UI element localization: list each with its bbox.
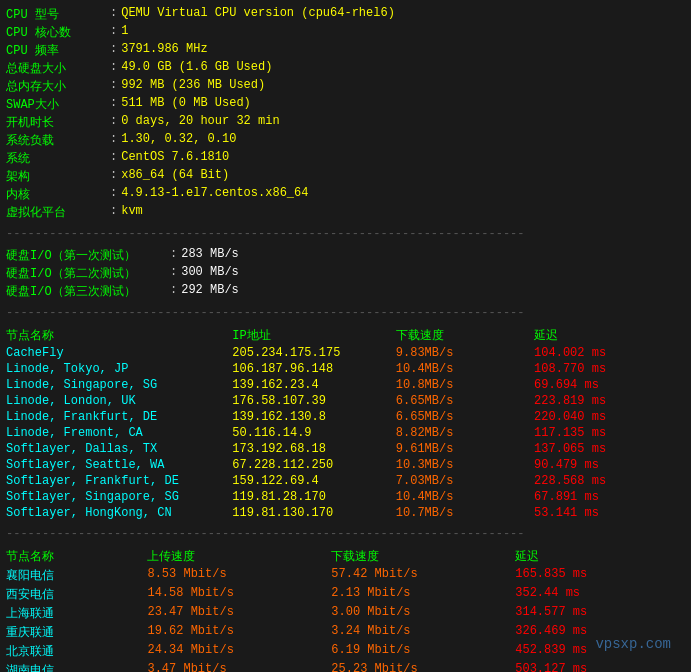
node-name: 西安电信 [6, 585, 147, 604]
system-info-row: 总内存大小 : 992 MB (236 MB Used) [6, 78, 685, 95]
network2-section: 节点名称 上传速度 下载速度 延迟 襄阳电信 8.53 Mbit/s 57.42… [6, 547, 685, 672]
download-speed: 2.13 Mbit/s [331, 585, 515, 604]
info-value: x86_64 (64 Bit) [121, 168, 229, 185]
disk-value: 292 MB/s [181, 283, 239, 300]
info-label: 总内存大小 [6, 78, 106, 95]
latency: 69.694 ms [534, 377, 685, 393]
node-name: Linode, Singapore, SG [6, 377, 232, 393]
node-name: 湖南电信 [6, 661, 147, 672]
info-label: 架构 [6, 168, 106, 185]
node-name: Linode, London, UK [6, 393, 232, 409]
divider-3: ----------------------------------------… [6, 527, 685, 541]
watermark: vpsxp.com [595, 636, 671, 652]
upload-speed: 23.47 Mbit/s [147, 604, 331, 623]
latency: 53.141 ms [534, 505, 685, 521]
ip-addr: 106.187.96.148 [232, 361, 395, 377]
net1-header-ip: IP地址 [232, 326, 395, 345]
net1-header-latency: 延迟 [534, 326, 685, 345]
node-name: Softlayer, Singapore, SG [6, 489, 232, 505]
download-speed: 9.61MB/s [396, 441, 534, 457]
node-name: Linode, Tokyo, JP [6, 361, 232, 377]
net2-header-upload: 上传速度 [147, 547, 331, 566]
download-speed: 10.4MB/s [396, 489, 534, 505]
system-info-row: 架构 : x86_64 (64 Bit) [6, 168, 685, 185]
net2-header-latency: 延迟 [515, 547, 685, 566]
network1-row: Linode, Fremont, CA 50.116.14.9 8.82MB/s… [6, 425, 685, 441]
ip-addr: 139.162.23.4 [232, 377, 395, 393]
node-name: Softlayer, HongKong, CN [6, 505, 232, 521]
network1-row: Linode, London, UK 176.58.107.39 6.65MB/… [6, 393, 685, 409]
system-info-row: CPU 核心数 : 1 [6, 24, 685, 41]
download-speed: 9.83MB/s [396, 345, 534, 361]
latency: 117.135 ms [534, 425, 685, 441]
network2-row: 襄阳电信 8.53 Mbit/s 57.42 Mbit/s 165.835 ms [6, 566, 685, 585]
latency: 137.065 ms [534, 441, 685, 457]
network1-row: Softlayer, Dallas, TX 173.192.68.18 9.61… [6, 441, 685, 457]
system-info-section: CPU 型号 : QEMU Virtual CPU version (cpu64… [6, 6, 685, 221]
system-info-row: CPU 型号 : QEMU Virtual CPU version (cpu64… [6, 6, 685, 23]
net1-header-node: 节点名称 [6, 326, 232, 345]
disk-io-row: 硬盘I/O（第二次测试） : 300 MB/s [6, 265, 685, 282]
download-speed: 10.7MB/s [396, 505, 534, 521]
info-value: 49.0 GB (1.6 GB Used) [121, 60, 272, 77]
latency: 104.002 ms [534, 345, 685, 361]
info-label: 内核 [6, 186, 106, 203]
network2-row: 北京联通 24.34 Mbit/s 6.19 Mbit/s 452.839 ms [6, 642, 685, 661]
info-colon: : [110, 96, 117, 113]
disk-colon: : [170, 265, 177, 282]
network2-row: 湖南电信 3.47 Mbit/s 25.23 Mbit/s 503.127 ms [6, 661, 685, 672]
ip-addr: 173.192.68.18 [232, 441, 395, 457]
upload-speed: 8.53 Mbit/s [147, 566, 331, 585]
ip-addr: 205.234.175.175 [232, 345, 395, 361]
divider-2: ----------------------------------------… [6, 306, 685, 320]
download-speed: 6.65MB/s [396, 409, 534, 425]
info-label: 总硬盘大小 [6, 60, 106, 77]
disk-colon: : [170, 247, 177, 264]
node-name: 重庆联通 [6, 623, 147, 642]
info-colon: : [110, 168, 117, 185]
latency: 314.577 ms [515, 604, 685, 623]
disk-label: 硬盘I/O（第三次测试） [6, 283, 166, 300]
info-label: 开机时长 [6, 114, 106, 131]
ip-addr: 176.58.107.39 [232, 393, 395, 409]
divider-1: ----------------------------------------… [6, 227, 685, 241]
info-label: 系统 [6, 150, 106, 167]
info-value: 1.30, 0.32, 0.10 [121, 132, 236, 149]
latency: 228.568 ms [534, 473, 685, 489]
ip-addr: 67.228.112.250 [232, 457, 395, 473]
disk-io-section: 硬盘I/O（第一次测试） : 283 MB/s 硬盘I/O（第二次测试） : 3… [6, 247, 685, 300]
network1-row: CacheFly 205.234.175.175 9.83MB/s 104.00… [6, 345, 685, 361]
info-label: SWAP大小 [6, 96, 106, 113]
upload-speed: 19.62 Mbit/s [147, 623, 331, 642]
ip-addr: 139.162.130.8 [232, 409, 395, 425]
latency: 67.891 ms [534, 489, 685, 505]
info-colon: : [110, 6, 117, 23]
latency: 352.44 ms [515, 585, 685, 604]
info-colon: : [110, 42, 117, 59]
network2-row: 西安电信 14.58 Mbit/s 2.13 Mbit/s 352.44 ms [6, 585, 685, 604]
upload-speed: 3.47 Mbit/s [147, 661, 331, 672]
disk-value: 283 MB/s [181, 247, 239, 264]
info-colon: : [110, 60, 117, 77]
info-label: CPU 核心数 [6, 24, 106, 41]
ip-addr: 50.116.14.9 [232, 425, 395, 441]
info-value: 511 MB (0 MB Used) [121, 96, 251, 113]
network1-row: Linode, Frankfurt, DE 139.162.130.8 6.65… [6, 409, 685, 425]
download-speed: 25.23 Mbit/s [331, 661, 515, 672]
node-name: CacheFly [6, 345, 232, 361]
network1-row: Linode, Tokyo, JP 106.187.96.148 10.4MB/… [6, 361, 685, 377]
download-speed: 10.3MB/s [396, 457, 534, 473]
node-name: Linode, Frankfurt, DE [6, 409, 232, 425]
system-info-row: 总硬盘大小 : 49.0 GB (1.6 GB Used) [6, 60, 685, 77]
info-colon: : [110, 132, 117, 149]
system-info-row: 系统负载 : 1.30, 0.32, 0.10 [6, 132, 685, 149]
info-colon: : [110, 204, 117, 221]
system-info-row: 开机时长 : 0 days, 20 hour 32 min [6, 114, 685, 131]
disk-io-row: 硬盘I/O（第一次测试） : 283 MB/s [6, 247, 685, 264]
network1-row: Softlayer, Frankfurt, DE 159.122.69.4 7.… [6, 473, 685, 489]
info-colon: : [110, 114, 117, 131]
disk-label: 硬盘I/O（第二次测试） [6, 265, 166, 282]
ip-addr: 119.81.130.170 [232, 505, 395, 521]
system-info-row: 系统 : CentOS 7.6.1810 [6, 150, 685, 167]
info-value: 992 MB (236 MB Used) [121, 78, 265, 95]
